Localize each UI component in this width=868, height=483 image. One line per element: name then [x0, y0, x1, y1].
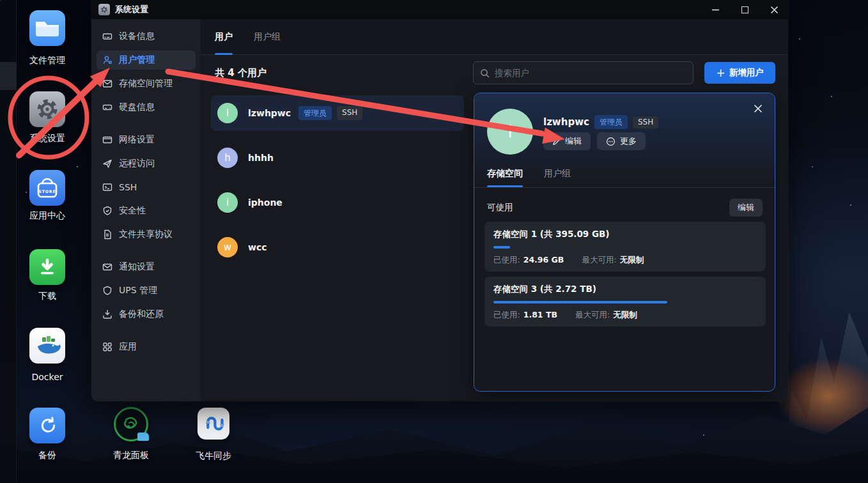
- menu-item-backup-restore[interactable]: 备份和还原: [97, 305, 196, 324]
- whale-badge-icon: [137, 433, 149, 441]
- more-button-label: 更多: [620, 135, 637, 147]
- avatar-initial: l: [226, 107, 229, 119]
- gear-icon: [35, 97, 59, 121]
- desktop-label-qinglong[interactable]: 青龙面板: [89, 450, 173, 461]
- add-user-label: 新增用户: [729, 67, 764, 79]
- desktop-icon-system-settings[interactable]: [29, 91, 65, 127]
- tab-user-groups-detail[interactable]: 用户组: [544, 168, 571, 187]
- menu-item-label: SSH: [119, 182, 137, 192]
- tab-users[interactable]: 用户: [215, 19, 233, 55]
- user-row-iphone[interactable]: i iphone: [211, 185, 464, 220]
- edit-button-label: 编辑: [565, 135, 582, 147]
- user-name: iphone: [248, 197, 283, 208]
- search-icon: [480, 68, 490, 78]
- disk-icon: [102, 102, 112, 112]
- menu-item-label: 通知设置: [119, 261, 155, 273]
- folder-icon: [29, 10, 65, 46]
- desktop-icon-backup[interactable]: [29, 408, 65, 443]
- avatar: i: [217, 192, 238, 213]
- desktop-icon-fnsync[interactable]: [198, 408, 229, 440]
- menu-item-label: 设备信息: [119, 31, 155, 42]
- desktop-label-app-center[interactable]: 应用中心: [6, 210, 89, 222]
- dock-strip: [0, 0, 17, 483]
- tab-storage-space[interactable]: 存储空间: [487, 168, 523, 187]
- user-row-wcc[interactable]: w wcc: [211, 229, 464, 265]
- avatar-initial: i: [226, 197, 229, 208]
- fnsync-logo-icon: [201, 411, 226, 436]
- used-label: 已使用:: [493, 310, 520, 321]
- menu-item-device-info[interactable]: 设备信息: [97, 27, 196, 46]
- desktop-label-system-settings[interactable]: 系统设置: [6, 133, 89, 144]
- storage-section: 可使用 编辑 存储空间 1 (共 395.09 GB) 已使用: 24.96 G…: [474, 188, 775, 391]
- user-icon: [102, 55, 112, 65]
- download-icon: [37, 257, 58, 277]
- desktop-icon-download[interactable]: [29, 249, 65, 285]
- more-circle-icon: [606, 137, 616, 146]
- user-name: lzwhpwc: [248, 108, 291, 118]
- shield-icon: [102, 286, 112, 296]
- desktop-label-file-manager[interactable]: 文件管理: [6, 55, 89, 66]
- storage-card-1: 存储空间 1 (共 395.09 GB) 已使用: 24.96 GB 最大可用:…: [484, 222, 766, 272]
- desktop-icon-file-manager[interactable]: [29, 10, 65, 46]
- storage-pool-icon: [102, 79, 112, 89]
- menu-item-label: 用户管理: [119, 54, 155, 66]
- desktop-label-docker[interactable]: Docker: [6, 372, 89, 382]
- svg-text:STORE: STORE: [39, 189, 56, 194]
- menu-item-remote-access[interactable]: 远程访问: [97, 154, 196, 173]
- desktop-label-download[interactable]: 下载: [6, 291, 89, 302]
- window-titlebar[interactable]: 系统设置: [91, 0, 788, 19]
- user-row-hhhh[interactable]: h hhhh: [211, 140, 464, 176]
- maximize-button[interactable]: [736, 1, 754, 18]
- store-bag-icon: STORE: [29, 170, 65, 206]
- more-button[interactable]: 更多: [597, 132, 646, 150]
- search-box[interactable]: [473, 61, 694, 84]
- user-detail-name: lzwhpwc: [543, 116, 589, 128]
- document-icon: [102, 229, 112, 240]
- menu-item-apps[interactable]: 应用: [97, 337, 196, 356]
- desktop-icon-docker[interactable]: [29, 328, 65, 364]
- storage-card-2: 存储空间 3 (共 2.72 TB) 已使用: 1.81 TB 最大可用: 无限…: [484, 277, 766, 326]
- avatar: h: [217, 148, 238, 168]
- users-count-label: 共 4 个用户: [215, 67, 267, 79]
- menu-item-file-sharing[interactable]: 文件共享协议: [97, 225, 196, 244]
- ssh-badge: SSH: [633, 116, 658, 128]
- user-detail-header: l lzwhpwc 管理员 SSH 编辑 更多: [474, 93, 775, 188]
- storage-usage-bar: [493, 301, 667, 303]
- menu-item-storage-pool[interactable]: 存储空间管理: [97, 74, 196, 93]
- menu-item-ups[interactable]: UPS 管理: [97, 281, 196, 300]
- menu-item-security[interactable]: 安全性: [97, 201, 196, 220]
- desktop-icon-qinglong[interactable]: [114, 407, 148, 441]
- avatar-initial: l: [508, 122, 512, 141]
- menu-item-label: 远程访问: [119, 158, 155, 169]
- window-app-icon: [98, 4, 110, 15]
- maximize-icon: [741, 6, 748, 13]
- admin-badge: 管理员: [594, 115, 628, 129]
- max-label: 最大可用:: [575, 310, 610, 321]
- max-value: 无限制: [620, 255, 644, 266]
- minimize-button[interactable]: [706, 1, 724, 18]
- user-row-lzwhpwc[interactable]: l lzwhpwc 管理员 SSH: [211, 95, 464, 131]
- avatar-initial: w: [224, 241, 231, 253]
- desktop-icon-app-center[interactable]: STORE: [29, 170, 65, 206]
- desktop-label-backup[interactable]: 备份: [6, 450, 89, 461]
- menu-item-label: UPS 管理: [119, 285, 157, 296]
- edit-user-button[interactable]: 编辑: [543, 132, 591, 150]
- desktop-label-fnsync[interactable]: 飞牛同步: [172, 450, 255, 462]
- menu-item-disk-info[interactable]: 硬盘信息: [97, 98, 196, 117]
- tab-user-groups[interactable]: 用户组: [254, 19, 281, 55]
- close-button[interactable]: [765, 1, 783, 18]
- envelope-icon: [102, 262, 112, 272]
- minimize-icon: [711, 6, 720, 14]
- gear-icon: [100, 6, 108, 13]
- menu-item-notifications[interactable]: 通知设置: [97, 257, 196, 277]
- device-icon: [102, 31, 112, 42]
- menu-item-network[interactable]: 网络设置: [97, 130, 196, 150]
- close-icon: [754, 104, 763, 113]
- storage-edit-button[interactable]: 编辑: [729, 199, 763, 217]
- panel-close-button[interactable]: [750, 101, 766, 116]
- user-name: hhhh: [248, 153, 274, 163]
- search-input[interactable]: [495, 68, 686, 78]
- add-user-button[interactable]: + 新增用户: [704, 62, 775, 84]
- menu-item-user-management[interactable]: 用户管理: [97, 50, 196, 70]
- menu-item-ssh[interactable]: SSH: [97, 178, 196, 197]
